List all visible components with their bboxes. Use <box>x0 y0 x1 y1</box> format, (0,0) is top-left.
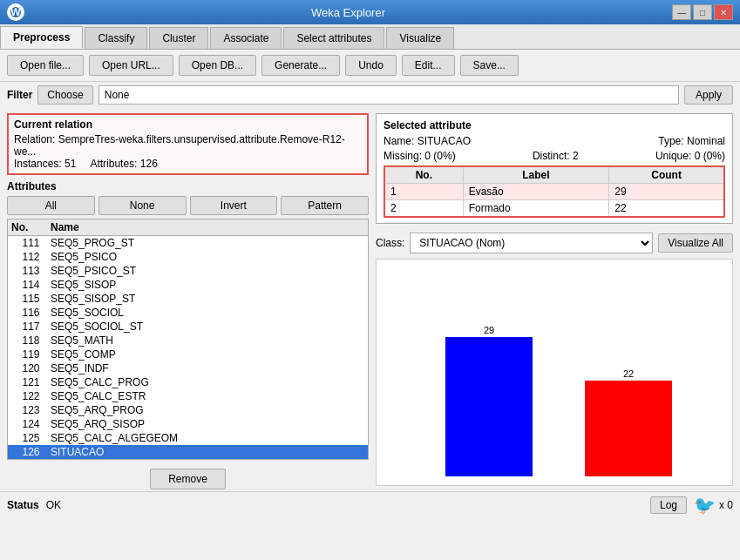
current-relation-box: Current relation Relation: SempreTres-we… <box>7 113 369 175</box>
log-button[interactable]: Log <box>650 496 687 514</box>
generate-button[interactable]: Generate... <box>261 55 340 76</box>
row-no: 126 <box>11 446 51 458</box>
attributes-label: Attributes: <box>90 158 137 170</box>
row-name: SEQ5_SOCIOL <box>51 307 124 319</box>
close-button[interactable]: ✕ <box>714 4 733 20</box>
bar-formado-label: 22 <box>623 368 634 379</box>
cell-count: 22 <box>609 200 724 218</box>
bar-formado <box>585 381 672 476</box>
window-controls: — □ ✕ <box>672 4 733 20</box>
table-row[interactable]: 118SEQ5_MATH <box>8 334 368 347</box>
edit-button[interactable]: Edit... <box>402 55 455 76</box>
title-bar: W Weka Explorer — □ ✕ <box>0 0 740 24</box>
bar-evasao <box>445 337 533 476</box>
status-value: OK <box>46 499 61 511</box>
table-row: 2Formado22 <box>384 200 724 218</box>
attr-values-table: No. Label Count 1Evasão292Formado22 <box>384 165 725 218</box>
minimize-button[interactable]: — <box>672 4 691 20</box>
visualize-all-button[interactable]: Visualize All <box>658 233 733 253</box>
relation-value: SempreTres-weka.filters.unsupervised.att… <box>14 133 345 158</box>
attribute-list: No. Name 111SEQ5_PROG_ST112SEQ5_PSICO113… <box>7 219 369 460</box>
window-title: Weka Explorer <box>24 6 672 19</box>
table-row[interactable]: 114SEQ5_SISOP <box>8 278 368 292</box>
cell-count: 29 <box>609 184 724 200</box>
none-button[interactable]: None <box>98 196 187 215</box>
x-count: x 0 <box>719 499 733 511</box>
filter-value: None <box>98 85 679 105</box>
table-row[interactable]: 115SEQ5_SISOP_ST <box>8 292 368 306</box>
row-name: SEQ5_PSICO <box>51 251 117 263</box>
table-col-count: Count <box>609 166 724 184</box>
table-row[interactable]: 121SEQ5_CALC_PROG <box>8 375 368 389</box>
filter-apply-button[interactable]: Apply <box>684 85 733 105</box>
row-no: 124 <box>11 418 51 430</box>
row-name: SEQ5_PROG_ST <box>51 237 134 249</box>
row-no: 112 <box>11 251 51 263</box>
col-no-header: No. <box>11 221 51 233</box>
instances-label: Instances: <box>14 158 62 170</box>
selected-attr-title: Selected attribute <box>384 119 725 132</box>
main-content: Current relation Relation: SempreTres-we… <box>0 108 740 491</box>
tab-cluster[interactable]: Cluster <box>149 27 208 49</box>
attr-type-value: Nominal <box>687 135 725 147</box>
attributes-info: Attributes: 126 <box>90 158 157 170</box>
table-row[interactable]: 117SEQ5_SOCIOL_ST <box>8 320 368 334</box>
tab-classify[interactable]: Classify <box>85 27 147 49</box>
class-label: Class: <box>376 237 404 249</box>
attributes-section: Attributes All None Invert Pattern No. N… <box>7 180 369 460</box>
app-icon: W <box>7 3 24 21</box>
row-name: SEQ5_SISOP_ST <box>51 293 135 305</box>
attr-unique-value: 0 (0%) <box>695 150 725 162</box>
attr-type-label: Type: <box>658 135 683 147</box>
table-row[interactable]: 126SITUACAO <box>8 445 368 459</box>
tab-visualize[interactable]: Visualize <box>386 27 454 49</box>
row-no: 120 <box>11 362 51 374</box>
row-name: SEQ5_INDF <box>51 362 109 374</box>
table-row[interactable]: 124SEQ5_ARQ_SISOP <box>8 417 368 431</box>
x-indicator: 🐦 x 0 <box>694 495 733 516</box>
cell-no: 1 <box>384 184 463 200</box>
tab-associate[interactable]: Associate <box>210 27 282 49</box>
table-row[interactable]: 125SEQ5_CALC_ALGEGEOM <box>8 431 368 445</box>
class-row: Class: SITUACAO (Nom) Visualize All <box>376 233 733 253</box>
attr-unique-label: Unique: <box>655 150 691 162</box>
table-row[interactable]: 119SEQ5_COMP <box>8 347 368 361</box>
status-bar: Status OK Log 🐦 x 0 <box>0 491 740 517</box>
filter-choose-button[interactable]: Choose <box>37 85 92 105</box>
remove-button[interactable]: Remove <box>150 469 226 489</box>
table-row[interactable]: 122SEQ5_CALC_ESTR <box>8 389 368 403</box>
undo-button[interactable]: Undo <box>345 55 397 76</box>
toolbar: Open file... Open URL... Open DB... Gene… <box>0 50 740 82</box>
relation-label: Relation: SempreTres-weka.filters.unsupe… <box>14 133 362 158</box>
attr-missing-value: 0 (0%) <box>424 150 455 162</box>
attributes-value: 126 <box>140 158 158 170</box>
row-name: SEQ5_SISOP <box>51 279 116 291</box>
table-row[interactable]: 112SEQ5_PSICO <box>8 250 368 264</box>
open-db-button[interactable]: Open DB... <box>179 55 256 76</box>
relation-key: Relation: <box>14 133 55 145</box>
maximize-button[interactable]: □ <box>693 4 712 20</box>
attr-name-value: SITUACAO <box>418 135 471 147</box>
pattern-button[interactable]: Pattern <box>281 196 369 215</box>
invert-button[interactable]: Invert <box>190 196 278 215</box>
table-row[interactable]: 123SEQ5_ARQ_PROG <box>8 403 368 417</box>
open-url-button[interactable]: Open URL... <box>89 55 173 76</box>
tab-preprocess[interactable]: Preprocess <box>0 26 83 49</box>
attributes-title: Attributes <box>7 180 369 192</box>
attr-info-row-1: Name: SITUACAO Type: Nominal <box>384 135 725 147</box>
open-file-button[interactable]: Open file... <box>7 55 84 76</box>
tabs-bar: Preprocess Classify Cluster Associate Se… <box>0 24 740 50</box>
row-name: SITUACAO <box>51 446 104 458</box>
all-button[interactable]: All <box>7 196 95 215</box>
attr-list-scroll[interactable]: 111SEQ5_PROG_ST112SEQ5_PSICO113SEQ5_PSIC… <box>8 236 368 459</box>
table-row[interactable]: 116SEQ5_SOCIOL <box>8 306 368 320</box>
table-row[interactable]: 113SEQ5_PSICO_ST <box>8 264 368 278</box>
save-button[interactable]: Save... <box>460 55 519 76</box>
tab-select-attributes[interactable]: Select attributes <box>283 27 384 49</box>
filter-label: Filter <box>7 89 32 101</box>
table-row: 1Evasão29 <box>384 184 724 200</box>
table-row[interactable]: 111SEQ5_PROG_ST <box>8 236 368 250</box>
table-row[interactable]: 120SEQ5_INDF <box>8 361 368 375</box>
right-panel: Selected attribute Name: SITUACAO Type: … <box>376 113 733 486</box>
class-select[interactable]: SITUACAO (Nom) <box>410 233 653 253</box>
